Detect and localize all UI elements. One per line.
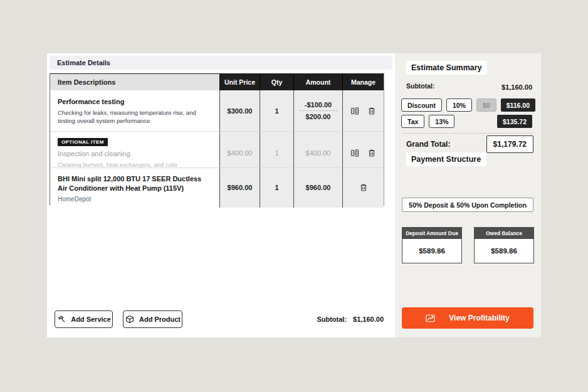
unit-price-cell: $960.00 (219, 167, 260, 208)
tax-button[interactable]: Tax (401, 115, 424, 128)
chevron-down-icon: ⌄ (523, 202, 528, 208)
summary-divider (401, 133, 533, 134)
owed-card-title: Owed Balance (475, 228, 533, 239)
summary-subtotal-label: Subtotal: (406, 82, 435, 90)
add-service-button[interactable]: Add Service (55, 310, 113, 328)
grand-total-label: Grand Total: (406, 140, 450, 149)
owed-card-value: $589.86 (475, 239, 533, 263)
amount-cell: $960.00 (293, 167, 342, 208)
column-header-manage: Manage (342, 74, 384, 90)
estimate-details-title: Estimate Details (57, 59, 110, 66)
view-profitability-label: View Profitability (449, 314, 509, 322)
tax-percent-button[interactable]: 13% (429, 115, 454, 128)
table-row: BHI Mini split 12,000 BTU 17 SEER Ductle… (50, 167, 384, 204)
amount-divider (300, 110, 337, 111)
unit-price-value: $300.00 (228, 107, 253, 115)
discount-flat-button[interactable]: $0 (476, 98, 496, 112)
items-subtotal: Subtotal:$1,160.00 (317, 315, 384, 323)
optional-item-badge: OPTIONAL ITEM (58, 138, 108, 146)
payment-structure-selected-option: 50% Deposit & 50% Upon Completion (409, 201, 526, 209)
item-name: Inspection and cleaning (58, 149, 130, 159)
table-header-row: Item Descriptions Unit Price Qty Amount … (50, 73, 384, 90)
profit-chart-icon (426, 314, 435, 323)
item-name: Performance testing (58, 97, 124, 107)
qty-cell: 1 (260, 90, 293, 131)
items-subtotal-label: Subtotal: (317, 315, 347, 323)
delete-item-icon[interactable] (367, 106, 377, 115)
grand-total-value: $1,179.72 (486, 135, 533, 153)
delete-item-icon[interactable] (359, 183, 368, 193)
discount-button[interactable]: Discount (401, 98, 442, 112)
payment-structure-select[interactable]: 50% Deposit & 50% Upon Completion ⌄ (402, 198, 533, 212)
delete-item-icon[interactable] (367, 148, 377, 157)
discount-amount-badge: $116.00 (501, 98, 535, 112)
add-product-label: Add Product (139, 315, 181, 323)
line-items-table: Item Descriptions Unit Price Qty Amount … (50, 73, 384, 205)
amount-discount-value: -$100.00 (305, 101, 332, 109)
deposit-card-value: $589.86 (402, 239, 461, 263)
payment-structure-title: Payment Structure (406, 152, 486, 166)
tax-amount-badge: $135.72 (497, 115, 532, 128)
manage-cell (342, 90, 384, 131)
table-row: OPTIONAL ITEM Inspection and cleaning Cl… (50, 131, 384, 167)
column-header-unit-price: Unit Price (219, 74, 260, 90)
edit-item-icon[interactable] (350, 148, 360, 157)
column-header-qty: Qty (260, 74, 293, 90)
amount-value: $960.00 (306, 184, 331, 191)
hammer-icon (56, 315, 66, 324)
edit-item-icon[interactable] (350, 106, 360, 115)
qty-cell: 1 (260, 167, 293, 208)
manage-cell (342, 167, 384, 208)
package-icon (125, 315, 134, 324)
estimate-summary-panel: Estimate Summary Subtotal: $1,160.00 Dis… (395, 53, 541, 337)
unit-price-value: $400.00 (228, 149, 253, 157)
tax-row: Tax 13% $135.72 (401, 115, 532, 128)
owed-balance-card: Owed Balance $589.86 (474, 227, 534, 263)
table-row: Performance testing Checking for leaks, … (50, 90, 384, 131)
table-body: Performance testing Checking for leaks, … (50, 90, 384, 204)
discount-row: Discount 10% $0 $116.00 (401, 98, 532, 112)
amount-value: $400.00 (306, 149, 331, 157)
deposit-amount-card: Deposit Amount Due $589.86 (402, 227, 462, 263)
view-profitability-button[interactable]: View Profitability (402, 307, 533, 329)
item-vendor: HomeDepot (58, 196, 91, 203)
item-description: Checking for leaks, measuring temperatur… (58, 109, 211, 125)
amount-cell: -$100.00 $200.00 (293, 90, 342, 131)
items-subtotal-value: $1,160.00 (353, 315, 384, 323)
add-product-button[interactable]: Add Product (123, 310, 182, 328)
item-description-cell: Performance testing Checking for leaks, … (50, 90, 219, 131)
estimate-summary-title: Estimate Summary (406, 61, 487, 75)
unit-price-value: $960.00 (228, 184, 253, 191)
unit-price-cell: $300.00 (219, 90, 260, 131)
amount-value: $200.00 (306, 113, 331, 120)
add-service-label: Add Service (71, 315, 111, 323)
qty-value: 1 (275, 149, 278, 157)
estimate-details-card: Estimate Details Item Descriptions Unit … (47, 53, 395, 337)
item-name: BHI Mini split 12,000 BTU 17 SEER Ductle… (58, 174, 211, 193)
estimate-details-header: Estimate Details (50, 56, 392, 70)
column-header-item-descriptions: Item Descriptions (50, 74, 219, 90)
column-header-amount: Amount (293, 74, 342, 90)
qty-value: 1 (275, 184, 278, 191)
item-description-cell: BHI Mini split 12,000 BTU 17 SEER Ductle… (50, 167, 219, 208)
deposit-card-title: Deposit Amount Due (402, 228, 461, 239)
discount-percent-button[interactable]: 10% (446, 98, 472, 112)
qty-value: 1 (275, 107, 278, 115)
summary-subtotal-value: $1,160.00 (501, 83, 532, 91)
estimate-page: Estimate Details Item Descriptions Unit … (0, 0, 588, 392)
